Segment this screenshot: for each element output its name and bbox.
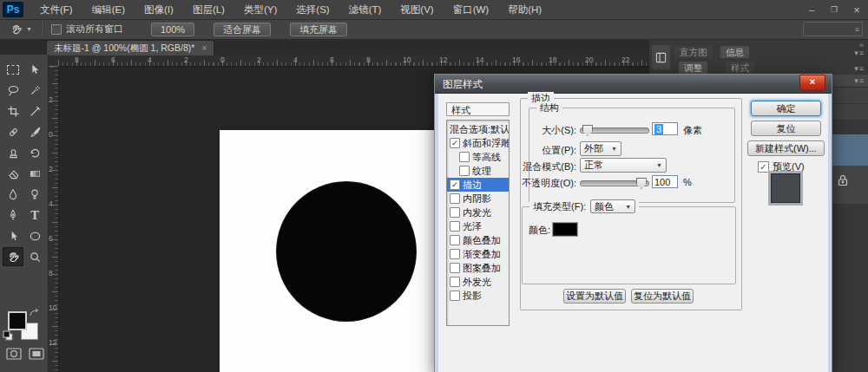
styles-item-inner-shadow[interactable]: 内阴影 <box>447 192 509 206</box>
tab-styles[interactable]: 样式 <box>726 62 754 74</box>
close-button[interactable]: × <box>851 3 863 16</box>
menu-edit[interactable]: 编辑(E) <box>82 0 135 19</box>
pen-tool[interactable] <box>3 206 23 225</box>
reset-default-button[interactable]: 复位为默认值 <box>631 289 694 303</box>
dodge-tool[interactable] <box>24 185 45 204</box>
menu-select[interactable]: 选择(S) <box>286 0 339 19</box>
fill-screen-button[interactable]: 填充屏幕 <box>290 23 347 36</box>
checkbox[interactable] <box>450 290 460 301</box>
menu-file[interactable]: 文件(F) <box>30 0 82 19</box>
styles-item-pattern-overlay[interactable]: 图案叠加 <box>447 261 509 275</box>
checkbox[interactable] <box>450 221 460 232</box>
tab-close-icon[interactable]: × <box>201 43 207 53</box>
eraser-tool[interactable] <box>3 164 23 183</box>
healing-brush-tool[interactable] <box>3 122 23 141</box>
reset-button[interactable]: 复位 <box>751 121 821 136</box>
menu-layer[interactable]: 图层(L) <box>183 0 234 19</box>
make-default-button[interactable]: 设置为默认值 <box>563 289 626 303</box>
menu-help[interactable]: 帮助(H) <box>498 0 551 19</box>
canvas[interactable] <box>220 130 438 372</box>
document-tab[interactable]: 未标题-1 @ 100%(椭圆 1, RGB/8)* × <box>46 40 214 55</box>
styles-item-drop-shadow[interactable]: 投影 <box>447 289 509 303</box>
zoom-tool[interactable] <box>24 247 45 266</box>
fill-type-dropdown[interactable]: 颜色 ▼ <box>590 199 635 213</box>
menu-window[interactable]: 窗口(W) <box>444 0 499 19</box>
position-dropdown[interactable]: 外部 ▼ <box>580 141 621 156</box>
checkbox[interactable] <box>459 166 470 176</box>
smudge-tool[interactable] <box>3 185 23 204</box>
zoom-100-button[interactable]: 100% <box>151 23 194 36</box>
minimize-button[interactable]: – <box>806 4 818 15</box>
opacity-input[interactable]: 100 <box>652 175 678 188</box>
layer-row <box>829 166 868 204</box>
swap-colors-icon[interactable] <box>28 308 40 318</box>
ok-button[interactable]: 确定 <box>751 101 821 116</box>
menu-image[interactable]: 图像(I) <box>135 0 183 19</box>
collapsed-dock-button[interactable] <box>652 45 670 69</box>
menu-view[interactable]: 视图(V) <box>391 0 443 19</box>
checkbox[interactable] <box>450 235 460 245</box>
tab-adjustments[interactable]: 调整 <box>679 62 707 74</box>
checkbox[interactable]: ✓ <box>450 138 460 148</box>
gradient-tool[interactable] <box>24 164 45 183</box>
menu-filter[interactable]: 滤镜(T) <box>339 0 391 19</box>
fit-screen-button[interactable]: 适合屏幕 <box>214 23 271 36</box>
preview-option[interactable]: ✓ 预览(V) <box>758 160 805 173</box>
styles-item-satin[interactable]: 光泽 <box>447 219 509 233</box>
checkbox[interactable] <box>450 193 460 204</box>
panel-menu-icon[interactable]: ▾≡ <box>854 49 865 57</box>
history-brush-tool[interactable] <box>24 143 45 162</box>
styles-item-gradient-overlay[interactable]: 渐变叠加 <box>447 247 509 261</box>
path-selection-tool[interactable] <box>3 226 23 245</box>
panel-menu-icon[interactable]: ▾≡ <box>854 64 865 73</box>
opacity-label: 不透明度(O): <box>522 177 576 190</box>
tab-histogram[interactable]: 直方图 <box>674 46 713 58</box>
checkbox[interactable]: ✓ <box>450 179 460 190</box>
hand-tool[interactable] <box>3 247 23 266</box>
move-tool[interactable] <box>24 60 45 79</box>
rectangular-marquee-tool[interactable] <box>3 60 23 79</box>
styles-item-texture[interactable]: 纹理 <box>447 164 509 178</box>
lasso-tool[interactable] <box>3 81 23 100</box>
type-tool[interactable]: T <box>24 206 45 225</box>
crop-tool[interactable] <box>3 101 23 121</box>
stroke-color-swatch[interactable] <box>553 223 577 236</box>
clone-stamp-tool[interactable] <box>3 143 23 162</box>
checkbox[interactable] <box>450 263 460 273</box>
size-slider[interactable] <box>580 127 649 134</box>
brush-tool[interactable] <box>24 122 45 141</box>
checkbox[interactable] <box>450 207 460 218</box>
menu-type[interactable]: 类型(Y) <box>234 0 286 19</box>
quick-mask-button[interactable] <box>5 347 23 360</box>
opacity-slider[interactable] <box>580 180 649 186</box>
styles-item-blending-options[interactable]: 混合选项:默认 <box>447 122 509 136</box>
styles-item-color-overlay[interactable]: 颜色叠加 <box>447 233 509 247</box>
styles-item-stroke[interactable]: ✓ 描边 <box>447 178 509 192</box>
dialog-close-button[interactable]: × <box>799 75 825 91</box>
selected-layer-row[interactable] <box>829 134 868 166</box>
styles-item-contour[interactable]: 等高线 <box>447 150 509 164</box>
styles-item-outer-glow[interactable]: 外发光 <box>447 275 509 289</box>
checkbox[interactable] <box>450 277 460 287</box>
tab-info[interactable]: 信息 <box>720 46 749 58</box>
new-style-button[interactable]: 新建样式(W)... <box>747 140 825 156</box>
panel-menu-icon[interactable]: ▾≡ <box>854 76 865 85</box>
checkbox[interactable] <box>459 152 470 162</box>
styles-item-inner-glow[interactable]: 内发光 <box>447 206 509 219</box>
ellipse-shape-tool[interactable] <box>24 226 45 245</box>
restore-button[interactable]: ❐ <box>828 5 840 14</box>
preview-checkbox[interactable]: ✓ <box>758 161 769 173</box>
tool-preset-dropdown-icon[interactable]: ▼ <box>26 26 32 32</box>
styles-item-bevel-emboss[interactable]: ✓ 斜面和浮雕 <box>447 136 509 150</box>
foreground-color-swatch[interactable] <box>8 311 27 330</box>
screen-mode-button[interactable] <box>28 347 45 360</box>
blend-mode-dropdown[interactable]: 正常 ▼ <box>580 158 667 173</box>
magic-wand-tool[interactable] <box>24 81 45 100</box>
workspace-switcher[interactable]: ≡ <box>803 22 863 36</box>
scroll-all-windows-checkbox[interactable] <box>51 24 62 35</box>
checkbox[interactable] <box>450 249 460 259</box>
eyedropper-tool[interactable] <box>24 101 45 121</box>
default-colors-icon[interactable] <box>3 330 13 341</box>
dialog-title-bar[interactable]: 图层样式 <box>435 75 832 94</box>
size-input[interactable]: 3 <box>652 122 678 135</box>
